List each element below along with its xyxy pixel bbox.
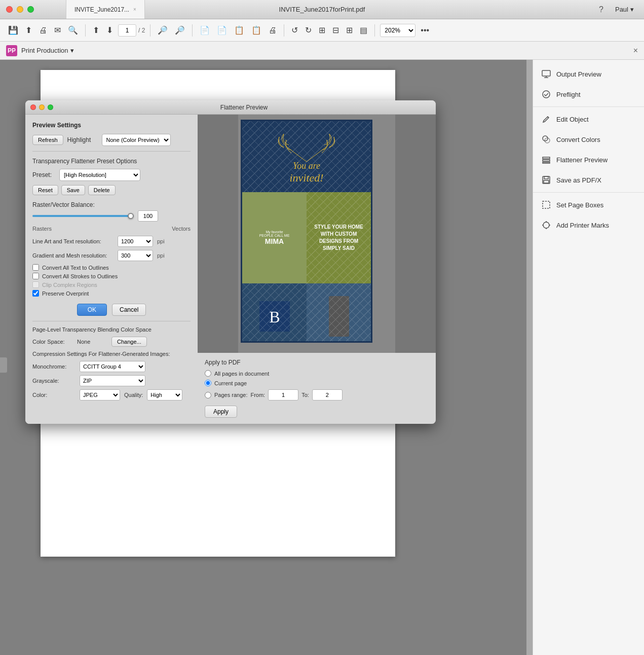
- tool-btn-1[interactable]: 📄: [198, 23, 212, 37]
- convert-colors-item[interactable]: Convert Colors: [533, 129, 644, 150]
- raster-vector-slider[interactable]: [32, 215, 134, 217]
- reset-btn[interactable]: Reset: [32, 185, 58, 195]
- preflight-item[interactable]: Preflight: [533, 84, 644, 104]
- grayscale-row: Grayscale: ZIP: [32, 375, 191, 386]
- highlight-dropdown[interactable]: None (Color Preview): [102, 134, 171, 146]
- print-btn[interactable]: 🖨: [37, 24, 49, 37]
- grayscale-label: Grayscale:: [32, 378, 75, 384]
- balance-label: Raster/Vector Balance:: [32, 201, 191, 208]
- monochrome-label: Monochrome:: [32, 363, 75, 370]
- tool-btn-2[interactable]: 📄: [215, 23, 229, 37]
- tool-btn-5[interactable]: 🖨: [267, 24, 279, 37]
- output-preview-item[interactable]: Output Preview: [533, 64, 644, 84]
- prev-page-btn[interactable]: ⬆: [91, 23, 101, 37]
- color-space-label: Color Space:: [32, 339, 73, 345]
- flattener-preview-item[interactable]: Flattener Preview: [533, 150, 644, 170]
- apply-button[interactable]: Apply: [205, 406, 237, 418]
- cancel-button[interactable]: Cancel: [112, 304, 146, 316]
- page-total: / 2: [138, 27, 145, 34]
- convert-text-label: Convert All Text to Outlines: [42, 265, 109, 271]
- ok-button[interactable]: OK: [77, 304, 107, 316]
- preview-mima-box: My favorite PEOPLE CALL ME MIMA: [242, 192, 307, 283]
- convert-colors-label: Convert Colors: [556, 136, 600, 143]
- preview-settings-row: Refresh Highlight None (Color Preview): [32, 134, 191, 146]
- save-btn[interactable]: 💾: [6, 23, 20, 37]
- dialog-window-controls: [30, 104, 53, 110]
- add-printer-marks-item[interactable]: Add Printer Marks: [533, 215, 644, 235]
- panel-dropdown-icon[interactable]: ▾: [70, 47, 74, 54]
- zoom-out-btn[interactable]: 🔎: [156, 23, 170, 37]
- gradient-dropdown[interactable]: 300: [118, 250, 153, 261]
- svg-rect-14: [543, 201, 550, 208]
- compression-section: Compression Settings For Flattener-Gener…: [32, 351, 191, 401]
- rotate-btn[interactable]: ↺: [289, 23, 300, 37]
- delete-preset-btn[interactable]: Delete: [88, 185, 116, 195]
- convert-text-checkbox[interactable]: [32, 264, 39, 271]
- search-btn[interactable]: 🔍: [66, 23, 80, 37]
- separator-1: [85, 24, 86, 37]
- current-page-radio[interactable]: [205, 380, 211, 386]
- grayscale-dropdown[interactable]: ZIP: [80, 375, 145, 386]
- minimize-window-btn[interactable]: [17, 6, 23, 13]
- monochrome-dropdown[interactable]: CCITT Group 4: [80, 361, 145, 372]
- save-preset-btn[interactable]: Save: [61, 185, 85, 195]
- refresh-button[interactable]: Refresh: [32, 135, 63, 145]
- flatten-icon: [541, 155, 551, 165]
- zoom-select[interactable]: 202%: [380, 24, 415, 37]
- tab-close-btn[interactable]: ×: [133, 7, 136, 12]
- save-pdfx-item[interactable]: Save as PDF/X: [533, 170, 644, 190]
- combine-btn[interactable]: ⊞: [344, 23, 355, 37]
- slider-value: 100: [138, 210, 158, 222]
- line-art-dropdown[interactable]: 1200: [118, 236, 153, 247]
- help-icon[interactable]: ?: [599, 5, 603, 14]
- dialog-min-btn[interactable]: [39, 104, 45, 110]
- more-tools-btn[interactable]: •••: [419, 24, 431, 37]
- preview-middle-section: My favorite PEOPLE CALL ME MIMA STYLE YO…: [242, 192, 371, 283]
- panel-close-btn[interactable]: ×: [633, 46, 638, 55]
- page-number-input[interactable]: [118, 24, 136, 37]
- tool-btn-3[interactable]: 📋: [232, 23, 246, 37]
- slider-row: 100: [32, 210, 191, 222]
- next-page-btn[interactable]: ⬇: [104, 23, 115, 37]
- pages-range-label: Pages range:: [214, 392, 247, 398]
- dialog-action-buttons: OK Cancel: [32, 304, 191, 316]
- from-input[interactable]: [268, 389, 298, 401]
- colors-icon: [541, 134, 551, 144]
- close-window-btn[interactable]: [6, 6, 13, 13]
- all-pages-radio[interactable]: [205, 370, 211, 377]
- scroll-handle[interactable]: [0, 357, 7, 373]
- dialog-close-btn[interactable]: [30, 104, 36, 110]
- mail-btn[interactable]: ✉: [52, 23, 63, 37]
- document-tab[interactable]: INVITE_June2017... ×: [66, 0, 145, 19]
- edit-object-item[interactable]: Edit Object: [533, 109, 644, 129]
- set-page-boxes-item[interactable]: Set Page Boxes: [533, 195, 644, 215]
- rotate2-btn[interactable]: ↻: [303, 23, 314, 37]
- split-btn[interactable]: ⊟: [330, 23, 341, 37]
- crop-btn[interactable]: ⊞: [317, 23, 327, 37]
- user-menu[interactable]: Paul ▾: [615, 6, 634, 13]
- preserve-overprint-checkbox[interactable]: [32, 290, 39, 297]
- quality-dropdown[interactable]: High: [147, 389, 182, 401]
- blending-section: Page-Level Transparency Blending Color S…: [32, 326, 191, 347]
- line-art-row: Line Art and Text resolution: 1200 ppi: [32, 236, 191, 247]
- color-comp-dropdown[interactable]: JPEG: [80, 389, 120, 401]
- pages-range-radio[interactable]: [205, 392, 211, 398]
- pdf-area: You areinvited!: [0, 60, 533, 655]
- change-btn[interactable]: Change...: [111, 337, 147, 347]
- save-icon: [541, 175, 551, 185]
- upload-btn[interactable]: ⬆: [23, 23, 34, 37]
- convert-strokes-label: Convert All Strokes to Outlines: [42, 273, 118, 279]
- tool-btn-4[interactable]: 📋: [249, 23, 263, 37]
- to-input[interactable]: [312, 389, 343, 401]
- compare-btn[interactable]: ▤: [358, 23, 369, 37]
- separator: [32, 151, 191, 152]
- pdf-scrollbar[interactable]: [526, 60, 533, 655]
- dialog-max-btn[interactable]: [48, 104, 53, 110]
- maximize-window-btn[interactable]: [27, 6, 34, 13]
- user-name: Paul: [615, 6, 628, 13]
- preset-dropdown[interactable]: [High Resolution]: [59, 169, 140, 181]
- zoom-in-btn[interactable]: 🔎: [173, 23, 187, 37]
- current-page-label: Current page: [214, 380, 247, 386]
- dialog-content: Preview Settings Refresh Highlight None …: [25, 115, 436, 424]
- convert-strokes-checkbox[interactable]: [32, 273, 39, 279]
